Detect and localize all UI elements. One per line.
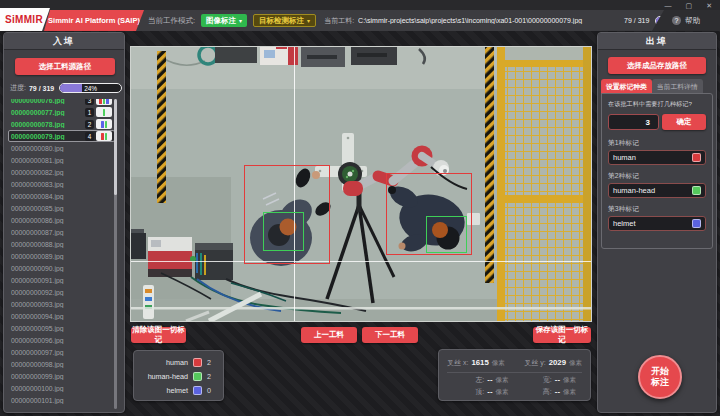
file-name: 00000000082.jpg <box>11 169 112 176</box>
scrollbar-thumb[interactable] <box>114 99 117 195</box>
mark-class-group: 第1种标记 human <box>608 138 706 165</box>
mark-class-group: 第2种标记 human-head <box>608 171 706 198</box>
file-item[interactable]: 00000000097.jpg <box>8 346 115 358</box>
mode-dropdown-image-annotation[interactable]: 图像标注 ▾ <box>201 14 247 27</box>
annotation-box-human-head[interactable] <box>426 216 467 253</box>
work-mode-label: 当前工作模式: <box>148 16 195 26</box>
file-mini-chart <box>96 107 112 117</box>
file-item[interactable]: 00000000087.jpg <box>8 226 115 238</box>
box-left-label: 左: <box>475 375 484 385</box>
class-legend: human 2 human-head 2 helmet 0 <box>133 350 224 401</box>
file-name: 00000000099.jpg <box>11 373 112 380</box>
file-item[interactable]: 00000000096.jpg <box>8 334 115 346</box>
annotation-box-human-head[interactable] <box>263 212 304 251</box>
legend-color-swatch <box>193 386 202 395</box>
mark-class-setup: 在该批工料中需要打几种标记? 3 确定 第1种标记 human 第2种标记 hu… <box>601 93 713 249</box>
window-close-button[interactable]: ✕ <box>706 2 712 9</box>
tab-current-item-details[interactable]: 当前工料详情 <box>652 79 703 94</box>
box-height-label: 高: <box>543 387 552 397</box>
file-item[interactable]: 00000000081.jpg <box>8 154 115 166</box>
crosshair-y-label: 叉丝 y: <box>524 358 545 368</box>
workcell-photo <box>131 47 591 321</box>
crosshair-x-value: 1615 <box>471 358 488 367</box>
window-maximize-button[interactable]: ▢ <box>686 2 693 9</box>
pixel-unit: 像素 <box>563 388 576 397</box>
class-count-input[interactable]: 3 <box>608 114 659 130</box>
legend-count: 2 <box>207 372 217 381</box>
next-item-button[interactable]: 下一工料 <box>362 327 418 343</box>
mark-class-label: 第2种标记 <box>608 171 706 181</box>
file-item[interactable]: 00000000090.jpg <box>8 262 115 274</box>
outport-title: 出埠 <box>598 33 716 50</box>
mark-color-swatch[interactable] <box>692 219 701 228</box>
file-item[interactable]: 00000000094.jpg <box>8 310 115 322</box>
file-item[interactable]: 00000000091.jpg <box>8 274 115 286</box>
previous-item-button[interactable]: 上一工料 <box>301 327 357 343</box>
file-item[interactable]: 00000000080.jpg <box>8 142 115 154</box>
file-annotation-count: 2 <box>85 120 94 129</box>
file-item[interactable]: 00000000083.jpg <box>8 178 115 190</box>
mark-class-input[interactable]: helmet <box>608 216 706 231</box>
save-all-marks-button[interactable]: 保存该图一切标记 <box>533 327 591 343</box>
file-name: 00000000077.jpg <box>11 109 83 116</box>
file-item[interactable]: 00000000082.jpg <box>8 166 115 178</box>
file-item[interactable]: 00000000077.jpg 1 <box>8 106 115 118</box>
file-name: 00000000086.jpg <box>11 217 112 224</box>
start-annotation-button[interactable]: 开始 标注 <box>638 355 682 399</box>
file-item[interactable]: 00000000084.jpg <box>8 190 115 202</box>
inport-title: 入埠 <box>4 33 124 50</box>
file-item[interactable]: 00000000076.jpg 3 <box>8 99 115 106</box>
box-width-label: 宽: <box>543 375 552 385</box>
file-name: 00000000090.jpg <box>11 265 112 272</box>
outport-tabs: 设置标记种类 当前工料详情 <box>601 79 703 94</box>
file-item[interactable]: 00000000100.jpg <box>8 382 115 394</box>
box-width-value: -- <box>555 375 560 384</box>
crosshair-horizontal <box>131 261 591 262</box>
file-name: 00000000084.jpg <box>11 193 112 200</box>
window-minimize-button[interactable]: — <box>665 2 672 9</box>
mark-color-swatch[interactable] <box>692 153 701 162</box>
progress-counter: 79 / 319 <box>624 17 649 24</box>
file-item[interactable]: 00000000085.jpg <box>8 202 115 214</box>
clear-all-marks-button[interactable]: 清除该图一切标记 <box>131 327 186 343</box>
select-output-path-button[interactable]: 选择成品存放路径 <box>608 57 706 74</box>
class-count-question: 在该批工料中需要打几种标记? <box>608 100 706 109</box>
legend-color-swatch <box>193 358 202 367</box>
app-header: SiMMIR Simmir AI Platform (SAIP) 当前工作模式:… <box>0 10 720 31</box>
file-item[interactable]: 00000000101.jpg <box>8 394 115 406</box>
image-viewer[interactable] <box>130 46 592 322</box>
tab-set-mark-classes[interactable]: 设置标记种类 <box>601 79 652 94</box>
file-item[interactable]: 00000000086.jpg <box>8 214 115 226</box>
file-item[interactable]: 00000000089.jpg <box>8 250 115 262</box>
product-badge-label: Simmir AI Platform (SAIP) <box>48 16 140 25</box>
file-item[interactable]: 00000000099.jpg <box>8 370 115 382</box>
mark-class-input[interactable]: human-head <box>608 183 706 198</box>
mark-color-swatch[interactable] <box>692 186 701 195</box>
file-item[interactable]: 00000000098.jpg <box>8 358 115 370</box>
file-item[interactable]: 00000000093.jpg <box>8 298 115 310</box>
file-name: 00000000076.jpg <box>11 99 83 104</box>
start-button-line2: 标注 <box>651 377 669 388</box>
file-list-scrollbar[interactable] <box>114 99 117 409</box>
progress-bar: 24% <box>59 83 122 93</box>
help-button[interactable]: ? 帮助 <box>652 10 720 31</box>
mode-dropdown-object-detection[interactable]: 目标检测标注 ▾ <box>253 14 316 27</box>
mark-class-label: 第1种标记 <box>608 138 706 148</box>
legend-class-label: human <box>140 358 188 367</box>
select-source-path-button[interactable]: 选择工料源路径 <box>15 58 115 75</box>
file-name: 00000000079.jpg <box>11 133 83 140</box>
logo-text: SiMMIR <box>5 14 43 25</box>
file-item[interactable]: 00000000079.jpg 4 <box>8 130 115 142</box>
file-list[interactable]: 00000000076.jpg 3 00000000077.jpg 1 0000… <box>8 99 115 409</box>
progress-percent: 24% <box>60 84 121 93</box>
box-height-value: -- <box>555 387 560 396</box>
legend-row: human 2 <box>140 355 217 369</box>
file-item[interactable]: 00000000095.jpg <box>8 322 115 334</box>
mark-class-input[interactable]: human <box>608 150 706 165</box>
file-mini-chart <box>96 131 112 141</box>
file-item[interactable]: 00000000088.jpg <box>8 238 115 250</box>
help-icon: ? <box>672 16 681 25</box>
file-item[interactable]: 00000000078.jpg 2 <box>8 118 115 130</box>
file-item[interactable]: 00000000092.jpg <box>8 286 115 298</box>
confirm-button[interactable]: 确定 <box>662 114 706 130</box>
